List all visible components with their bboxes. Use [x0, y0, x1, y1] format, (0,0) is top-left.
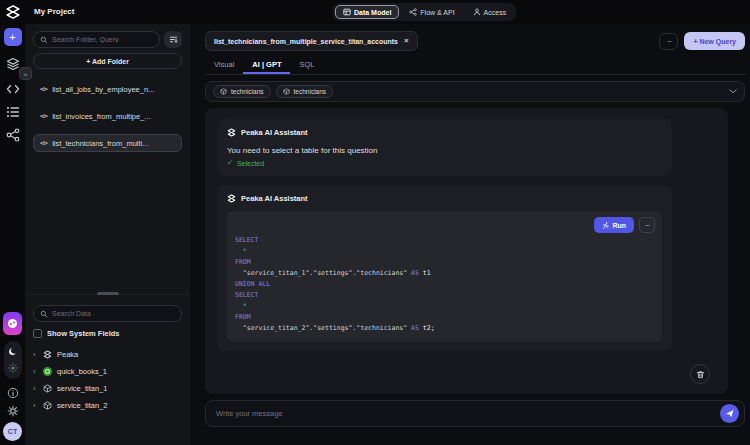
table-icon — [343, 8, 351, 16]
user-avatar[interactable]: CT — [3, 422, 22, 441]
left-panel: + Add Folder </> list_all_jobs_by_employ… — [25, 24, 190, 445]
panel-divider — [25, 294, 190, 295]
tab-sql[interactable]: SQL — [290, 57, 323, 74]
topbar: My Project Data Model Flow & API Access — [25, 0, 750, 24]
connection-name: service_titan_1 — [57, 384, 107, 393]
sql-code[interactable]: SELECT *FROM "service_titan_1"."settings… — [235, 235, 654, 334]
chat-panel: Peaka AI Assistant You need to select a … — [205, 108, 728, 394]
settings-button[interactable] — [7, 405, 19, 417]
main-area: list_technicians_from_multiple_service_t… — [190, 24, 750, 445]
query-tab[interactable]: list_technicians_from_multiple_service_t… — [205, 31, 418, 51]
query-name: list_invoices_from_multipe_... — [52, 112, 150, 121]
query-tab-row: list_technicians_from_multiple_service_t… — [205, 31, 745, 51]
queue-icon[interactable] — [6, 105, 20, 119]
nav-access[interactable]: Access — [465, 5, 515, 19]
editor-tabs: Visual AI | GPT SQL — [205, 57, 745, 75]
table-chip-label: technicians — [294, 88, 327, 95]
chevron-right-icon[interactable]: › — [33, 402, 38, 410]
flow-icon — [409, 8, 417, 16]
nav-label: Flow & API — [420, 9, 454, 16]
sun-icon[interactable] — [8, 363, 18, 373]
trash-icon — [696, 370, 705, 379]
search-folder-box — [33, 31, 160, 48]
assistant-name: Peaka AI Assistant — [241, 128, 308, 137]
layers-icon[interactable] — [6, 57, 20, 71]
status-label: Selected — [237, 160, 264, 167]
clear-chat-button[interactable] — [690, 364, 710, 384]
code-more-button[interactable]: ··· — [639, 217, 655, 233]
tree-item-service-titan-2[interactable]: › service_titan_2 — [33, 397, 182, 414]
search-icon — [40, 310, 48, 318]
chevron-right-icon[interactable]: › — [33, 368, 38, 376]
message-text: You need to select a table for this ques… — [227, 146, 662, 155]
show-system-fields-label: Show System Fields — [47, 329, 120, 338]
source-cube-icon — [43, 384, 52, 393]
code-icon[interactable] — [6, 82, 20, 96]
table-chip[interactable]: technicians — [276, 85, 334, 98]
run-label: Run — [612, 222, 626, 229]
chevron-right-icon[interactable]: › — [33, 385, 38, 393]
nav-label: Data Model — [354, 9, 391, 16]
sort-icon — [169, 35, 178, 44]
search-data-input[interactable] — [52, 310, 175, 317]
chevron-right-icon[interactable]: › — [33, 351, 38, 359]
query-list-item[interactable]: </> list_invoices_from_multipe_... — [33, 107, 182, 125]
new-query-button[interactable]: + New Query — [684, 32, 745, 50]
query-name: list_technicians_from_multi... — [52, 139, 148, 148]
status-selected: ✓ Selected — [227, 159, 662, 167]
cube-icon — [220, 88, 227, 95]
connections-tree: › Peaka › quick_books_1 › service_titan_… — [33, 346, 182, 414]
query-list: </> list_all_jobs_by_employee_n... </> l… — [33, 80, 182, 152]
collapse-panel-handle[interactable]: ‹› — [19, 67, 32, 80]
moon-icon[interactable] — [8, 347, 17, 356]
peaka-logo-icon — [227, 194, 236, 203]
cube-icon — [283, 88, 290, 95]
query-name: list_all_jobs_by_employee_n... — [52, 85, 154, 94]
connection-name: Peaka — [57, 350, 78, 359]
tree-item-peaka[interactable]: › Peaka — [33, 346, 182, 363]
peaka-logo-icon[interactable] — [5, 4, 21, 20]
nav-label: Access — [484, 9, 507, 16]
tab-ai-gpt[interactable]: AI | GPT — [243, 57, 290, 74]
close-icon[interactable]: × — [404, 37, 409, 45]
query-list-item[interactable]: </> list_all_jobs_by_employee_n... — [33, 80, 182, 98]
run-button[interactable]: Run — [594, 217, 634, 233]
connection-name: quick_books_1 — [57, 367, 107, 376]
nav-data-model[interactable]: Data Model — [335, 5, 399, 19]
source-cube-icon — [43, 401, 52, 410]
message-input[interactable] — [216, 409, 720, 418]
tree-item-quickbooks[interactable]: › quick_books_1 — [33, 363, 182, 380]
share-icon[interactable] — [6, 128, 20, 142]
search-data-box — [33, 305, 182, 322]
table-chip[interactable]: technicians — [213, 85, 271, 98]
theme-toggle[interactable] — [4, 341, 22, 379]
send-button[interactable] — [720, 404, 739, 423]
assistant-message: Peaka AI Assistant You need to select a … — [217, 119, 672, 176]
query-list-item-selected[interactable]: </> list_technicians_from_multi... — [33, 134, 182, 152]
ai-assistant-button[interactable] — [3, 312, 22, 335]
check-icon: ✓ — [227, 159, 233, 167]
selected-tables-select[interactable]: technicians technicians — [205, 81, 745, 102]
sort-button[interactable] — [164, 31, 182, 48]
show-system-fields-checkbox[interactable] — [33, 329, 42, 338]
project-name: My Project — [34, 7, 74, 16]
add-folder-button[interactable]: + Add Folder — [33, 53, 182, 69]
more-options-button[interactable]: ··· — [659, 33, 678, 50]
chevron-down-icon[interactable] — [729, 89, 737, 94]
search-icon — [40, 36, 48, 44]
code-icon: </> — [40, 86, 47, 92]
panel-resize-handle[interactable] — [97, 292, 119, 295]
create-new-button[interactable]: + — [4, 28, 22, 46]
top-nav: Data Model Flow & API Access — [333, 3, 516, 21]
code-icon: </> — [40, 113, 47, 119]
search-folder-input[interactable] — [52, 36, 153, 43]
tab-visual[interactable]: Visual — [205, 57, 243, 74]
nav-flow-api[interactable]: Flow & API — [401, 5, 462, 19]
table-chip-label: technicians — [231, 88, 264, 95]
code-icon: </> — [40, 140, 47, 146]
peaka-logo-icon — [227, 128, 236, 137]
info-button[interactable] — [7, 387, 19, 399]
assistant-message: Peaka AI Assistant Run ··· SELECT *FROM … — [217, 185, 672, 351]
data-browser: Show System Fields › Peaka › quick_books… — [33, 305, 182, 414]
tree-item-service-titan-1[interactable]: › service_titan_1 — [33, 380, 182, 397]
